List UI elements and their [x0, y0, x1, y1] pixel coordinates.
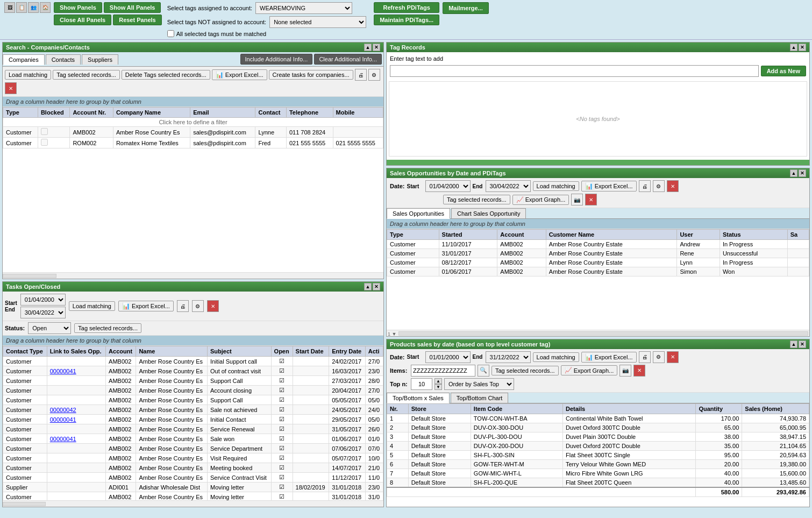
products-print-icon[interactable]: 🖨 [639, 351, 651, 363]
tasks-col-name[interactable]: Name [136, 346, 208, 357]
sales-icon4[interactable]: ✕ [585, 194, 597, 205]
tasks-settings-icon[interactable]: ⚙ [192, 300, 204, 312]
tasks-col-startdate[interactable]: Start Date [293, 346, 329, 357]
table-row[interactable]: Customer AMB002 Amber Rose Country Es Su… [3, 376, 383, 386]
table-row[interactable]: Customer AMB002 Amber Rose Country Es Su… [3, 395, 383, 405]
tasks-col-link[interactable]: Link to Sales Opp. [47, 346, 105, 357]
table-row[interactable]: 8 Default Store SH-FL-200-QUE Flat Sheet… [387, 478, 809, 487]
include-additional-btn[interactable]: Include Additional Info... [240, 54, 313, 65]
table-row[interactable]: Customer AMB002 Amber Rose Country Es sa… [3, 127, 383, 138]
table-row[interactable]: Customer AMB002 Amber Rose Country Es Se… [3, 444, 383, 453]
tasks-col-type[interactable]: Contact Type [3, 346, 47, 357]
col-account[interactable]: Account Nr. [70, 108, 113, 118]
icon4[interactable]: 🏠 [40, 2, 51, 13]
tab-contacts[interactable]: Contacts [46, 54, 81, 65]
sub-tab-chart[interactable]: Chart Sales Opportunity [451, 208, 526, 218]
products-table-container[interactable]: Nr. Store Item Code Details Quantity Sal… [387, 403, 809, 507]
tasks-status-select[interactable]: Open [28, 322, 71, 334]
tasks-export-btn[interactable]: 📊 Export Excel... [118, 301, 174, 311]
tag-close-icon[interactable]: ✕ [799, 44, 806, 51]
search-delete-tags-btn[interactable]: Delete Tags selected records... [122, 70, 210, 80]
icon3[interactable]: 👥 [28, 2, 39, 13]
topn-down-btn[interactable]: ▼ [435, 384, 442, 390]
tasks-expand-icon[interactable]: ▲ [364, 283, 372, 290]
prod-col-sales[interactable]: Sales (Home) [742, 403, 809, 414]
sales-export-graph-btn[interactable]: 📈 Export Graph... [512, 195, 569, 205]
sales-scrollbar[interactable] [398, 331, 808, 336]
search-load-matching-btn[interactable]: Load matching [5, 70, 51, 80]
close-all-panels-button[interactable]: Close All Panels [54, 15, 111, 25]
products-order-select[interactable]: Order by Sales Top [444, 378, 514, 390]
products-export-graph-btn[interactable]: 📈 Export Graph... [561, 365, 618, 375]
tasks-col-subject[interactable]: Subject [207, 346, 271, 357]
table-row[interactable]: Customer AMB002 Amber Rose Country Es Se… [3, 424, 383, 434]
products-settings-icon[interactable]: ⚙ [653, 351, 665, 363]
products-end-date[interactable]: 31/12/2022 [486, 351, 531, 363]
tag-expand-icon[interactable]: ▲ [790, 44, 797, 51]
table-row[interactable]: 2 Default Store DUV-OX-300-DOU Duvet Oxf… [387, 423, 809, 432]
tag-dropdown-1[interactable]: WEAREMOVING [255, 2, 352, 14]
table-row[interactable]: Customer 31/01/2017 AMB002 Amber Rose Co… [387, 249, 809, 258]
sales-settings-icon[interactable]: ⚙ [653, 180, 665, 192]
table-row[interactable]: Customer 01/06/2017 AMB002 Amber Rose Co… [387, 267, 809, 276]
horizontal-scrollbar[interactable] [3, 274, 56, 278]
refresh-pditags-button[interactable]: Refresh PDiTags [374, 2, 439, 13]
prod-col-itemcode[interactable]: Item Code [471, 403, 562, 414]
products-export-btn[interactable]: 📊 Export Excel... [581, 352, 637, 363]
products-icon4[interactable]: ✕ [633, 365, 645, 377]
icon1[interactable]: 🖼 [4, 2, 15, 13]
sales-col-customer[interactable]: Customer Name [546, 230, 677, 240]
products-start-date[interactable]: 01/01/2000 [425, 351, 471, 363]
cell-blocked[interactable] [38, 138, 70, 148]
sales-export-btn[interactable]: 📊 Export Excel... [581, 181, 637, 191]
sales-print-icon[interactable]: 🖨 [639, 180, 651, 192]
products-topn-input[interactable] [411, 378, 432, 390]
table-row[interactable]: 6 Default Store GOW-TER-WHT-M Terry Velo… [387, 459, 809, 469]
table-row[interactable]: 7 Default Store GOW-MIC-WHT-L Micro Fibr… [387, 469, 809, 478]
table-row[interactable]: Supplier ADI001 Adishar Wholesale Dist M… [3, 482, 383, 492]
sales-load-matching-btn[interactable]: Load matching [533, 181, 579, 191]
sales-col-user[interactable]: User [677, 230, 720, 240]
products-close-icon[interactable]: ✕ [799, 340, 806, 348]
sub-tab-top-bottom-sales[interactable]: Top/Bottom x Sales [387, 393, 450, 403]
col-type[interactable]: Type [3, 108, 38, 118]
tasks-col-open[interactable]: Open [271, 346, 293, 357]
panel-expand-icon[interactable]: ▲ [364, 44, 372, 51]
tasks-print-icon[interactable]: 🖨 [177, 300, 189, 312]
col-mobile[interactable]: Mobile [333, 108, 383, 118]
sales-col-sa[interactable]: Sa [787, 230, 809, 240]
col-blocked[interactable]: Blocked [38, 108, 70, 118]
tasks-scrollbar[interactable] [3, 502, 46, 506]
tasks-tag-selected-btn[interactable]: Tag selected records... [74, 323, 141, 333]
items-search-icon[interactable]: 🔍 [478, 365, 489, 377]
tasks-start-date[interactable]: 01/04/2000 [20, 294, 66, 306]
tasks-table-container[interactable]: Contact Type Link to Sales Opp. Account … [3, 346, 383, 500]
products-tag-selected-btn[interactable]: Tag selected records... [492, 366, 559, 375]
tasks-col-entrydate[interactable]: Entry Date [329, 346, 366, 357]
prod-col-nr[interactable]: Nr. [387, 403, 409, 414]
table-row[interactable]: Customer 00000041 AMB002 Amber Rose Coun… [3, 415, 383, 424]
table-row[interactable]: Customer 00000041 AMB002 Amber Rose Coun… [3, 366, 383, 376]
table-row[interactable]: 1 Default Store TOW-CON-WHT-BA Continent… [387, 414, 809, 423]
table-row[interactable]: Customer 08/12/2017 AMB002 Amber Rose Co… [387, 258, 809, 267]
table-row[interactable]: Customer AMB002 Amber Rose Country Es Ac… [3, 386, 383, 395]
mailmerge-button[interactable]: Mailmerge... [443, 2, 489, 14]
search-table-container[interactable]: Type Blocked Account Nr. Company Name Em… [3, 107, 383, 272]
sub-tab-top-bottom-chart[interactable]: Top/Bottom Chart [451, 393, 509, 403]
products-load-matching-btn[interactable]: Load matching [533, 352, 579, 362]
prod-col-store[interactable]: Store [408, 403, 471, 414]
col-telephone[interactable]: Telephone [286, 108, 333, 118]
show-all-panels-button[interactable]: Show All Panels [104, 2, 161, 13]
maintain-pditags-button[interactable]: Maintain PDiTags... [374, 15, 439, 25]
table-row[interactable]: 5 Default Store SH-FL-300-SIN Flat Sheet… [387, 450, 809, 459]
table-row[interactable]: 4 Default Store DUV-OX-200-DOU Duvet Oxf… [387, 441, 809, 450]
tasks-load-matching-btn[interactable]: Load matching [69, 301, 115, 311]
sales-table-container[interactable]: Type Started Account Customer Name User … [387, 229, 809, 330]
tasks-col-acti[interactable]: Acti [365, 346, 383, 357]
all-selected-checkbox[interactable] [167, 30, 174, 37]
prod-col-quantity[interactable]: Quantity [696, 403, 742, 414]
sales-expand-icon[interactable]: ▲ [790, 169, 797, 177]
col-email[interactable]: Email [190, 108, 255, 118]
search-export-btn[interactable]: 📊 Export Excel... [212, 69, 267, 80]
show-panels-button[interactable]: Show Panels [54, 2, 102, 13]
